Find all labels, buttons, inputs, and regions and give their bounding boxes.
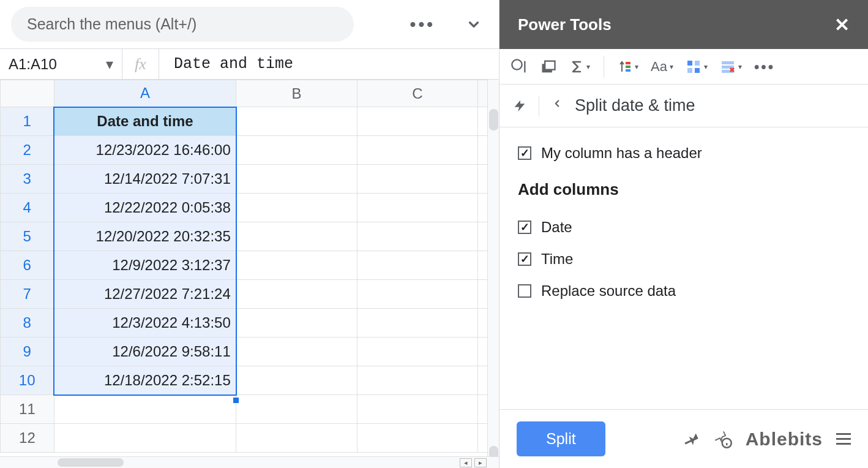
cell[interactable]: [236, 222, 357, 251]
merge-icon[interactable]: [540, 58, 557, 75]
row-header[interactable]: 11: [1, 395, 54, 424]
back-icon[interactable]: [552, 96, 563, 116]
split-button[interactable]: Split: [517, 421, 605, 456]
cell[interactable]: 12/3/2022 4:13:50: [54, 309, 236, 338]
checkbox-has-header[interactable]: My column has a header: [518, 145, 850, 162]
row-header[interactable]: 10: [1, 366, 54, 395]
selection-handle-icon[interactable]: [233, 398, 239, 403]
cell[interactable]: [236, 194, 357, 222]
checkbox-time[interactable]: Time: [518, 251, 850, 268]
cell[interactable]: [54, 395, 236, 424]
menu-icon[interactable]: [836, 433, 851, 445]
cell[interactable]: [236, 165, 357, 194]
row-header[interactable]: 9: [1, 338, 54, 366]
cell[interactable]: [236, 395, 357, 424]
sheet-prev-icon[interactable]: ◂: [460, 458, 472, 467]
sort-icon[interactable]: ▾: [618, 59, 638, 74]
cell[interactable]: 12/27/2022 7:21:24: [54, 280, 236, 309]
cell[interactable]: [357, 136, 477, 165]
column-header[interactable]: C: [357, 80, 477, 107]
vertical-scrollbar[interactable]: [487, 80, 499, 468]
svg-rect-7: [687, 61, 692, 66]
row-header[interactable]: 1: [1, 107, 54, 136]
cell[interactable]: [357, 165, 477, 194]
checkbox-icon: [518, 252, 531, 266]
cell[interactable]: [236, 107, 357, 136]
cell[interactable]: 12/9/2022 3:12:37: [54, 251, 236, 280]
more-icon[interactable]: •••: [410, 15, 435, 34]
checkbox-icon: [518, 221, 531, 234]
cell[interactable]: [357, 395, 477, 424]
formula-bar[interactable]: Date and time: [159, 49, 499, 79]
cell[interactable]: [236, 366, 357, 395]
cell[interactable]: [236, 251, 357, 280]
collapse-icon[interactable]: [466, 17, 482, 32]
cell[interactable]: 12/22/2022 0:05:38: [54, 194, 236, 222]
row-header[interactable]: 7: [1, 280, 54, 309]
search-input[interactable]: [27, 15, 338, 33]
row-header[interactable]: 12: [1, 424, 54, 453]
checkbox-icon: [518, 146, 531, 160]
cell[interactable]: 12/6/2022 9:58:11: [54, 338, 236, 366]
cell[interactable]: [54, 424, 236, 453]
cell[interactable]: [357, 280, 477, 309]
search-box[interactable]: [11, 7, 354, 42]
svg-rect-9: [687, 68, 692, 73]
cell[interactable]: 12/20/2022 20:32:35: [54, 222, 236, 251]
cell[interactable]: [357, 338, 477, 366]
clear-icon[interactable]: ▾: [720, 59, 742, 74]
checkbox-date[interactable]: Date: [518, 219, 850, 236]
sum-icon[interactable]: ▾: [569, 59, 590, 74]
cell[interactable]: [357, 194, 477, 222]
cell[interactable]: [236, 424, 357, 453]
fx-icon[interactable]: fx: [122, 49, 159, 79]
cell[interactable]: [236, 338, 357, 366]
cell[interactable]: [357, 222, 477, 251]
info-icon[interactable]: [714, 430, 732, 448]
row-header[interactable]: 6: [1, 251, 54, 280]
checkbox-replace[interactable]: Replace source data: [518, 282, 850, 300]
cell[interactable]: [357, 107, 477, 136]
scroll-thumb[interactable]: [489, 109, 498, 130]
more-tools-icon[interactable]: •••: [754, 58, 775, 75]
checkbox-label: My column has a header: [541, 145, 702, 162]
cell[interactable]: Date and time: [54, 107, 236, 136]
spreadsheet-grid[interactable]: A B C 1 Date and time 212/23/2022 16:46:…: [0, 80, 499, 453]
row-header[interactable]: 2: [1, 136, 54, 165]
row-header[interactable]: 3: [1, 165, 54, 194]
cell[interactable]: 12/18/2022 2:52:15: [54, 366, 236, 395]
close-icon[interactable]: ✕: [834, 14, 850, 36]
text-icon[interactable]: Aa▾: [651, 59, 673, 75]
svg-marker-14: [515, 100, 525, 111]
top-bar: •••: [0, 0, 499, 49]
horizontal-scrollbar[interactable]: ◂ ▸: [0, 456, 499, 468]
scroll-thumb[interactable]: [58, 458, 124, 467]
column-header[interactable]: A: [54, 80, 236, 107]
cell[interactable]: [357, 251, 477, 280]
column-header[interactable]: B: [236, 80, 357, 107]
row-header[interactable]: 5: [1, 222, 54, 251]
cell[interactable]: [236, 309, 357, 338]
sidebar-footer: Split Ablebits: [499, 409, 868, 468]
brand-label: Ablebits: [746, 429, 823, 450]
svg-rect-5: [626, 66, 630, 68]
cell[interactable]: [236, 136, 357, 165]
cell[interactable]: [357, 424, 477, 453]
bolt-icon[interactable]: [513, 97, 526, 115]
cell[interactable]: [236, 280, 357, 309]
svg-rect-3: [545, 61, 555, 69]
cell[interactable]: 12/23/2022 16:46:00: [54, 136, 236, 165]
cell[interactable]: [357, 366, 477, 395]
cell[interactable]: 12/14/2022 7:07:31: [54, 165, 236, 194]
name-box[interactable]: A1:A10 ▾: [0, 49, 122, 79]
dropdown-icon[interactable]: ▾: [106, 56, 113, 73]
checkbox-label: Date: [541, 219, 572, 236]
cell[interactable]: [357, 309, 477, 338]
select-all-corner[interactable]: [1, 80, 54, 107]
row-header[interactable]: 8: [1, 309, 54, 338]
sheet-next-icon[interactable]: ▸: [474, 458, 487, 467]
split-icon[interactable]: ▾: [686, 59, 708, 74]
dedupe-icon[interactable]: [511, 58, 528, 75]
pin-icon[interactable]: [684, 431, 700, 447]
row-header[interactable]: 4: [1, 194, 54, 222]
